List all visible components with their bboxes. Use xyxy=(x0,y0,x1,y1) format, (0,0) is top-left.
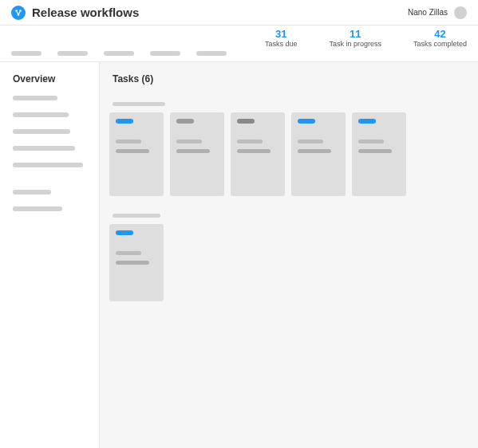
task-status-pill xyxy=(116,119,133,124)
filter-tab[interactable] xyxy=(196,51,227,56)
task-subtitle-placeholder xyxy=(116,261,149,265)
task-status-pill xyxy=(116,230,133,235)
sidebar-item[interactable] xyxy=(13,163,83,167)
stat-label: Tasks completed xyxy=(413,40,467,48)
task-status-pill xyxy=(237,119,255,124)
stat-task-in-progress[interactable]: 11 Task in progress xyxy=(329,29,381,48)
task-card[interactable] xyxy=(109,112,164,196)
stats-group: 31 Tasks due 11 Task in progress 42 Task… xyxy=(265,29,467,48)
task-subtitle-placeholder xyxy=(237,149,271,153)
sidebar-item[interactable] xyxy=(13,96,57,100)
sidebar-title: Overview xyxy=(13,73,86,84)
task-title-placeholder xyxy=(116,251,141,255)
topbar: Release workflows Nano Zillas xyxy=(0,0,478,26)
task-subtitle-placeholder xyxy=(116,149,149,153)
task-subtitle-placeholder xyxy=(176,149,210,153)
stat-label: Tasks due xyxy=(265,40,298,48)
filter-tab[interactable] xyxy=(104,51,134,56)
sidebar-item[interactable] xyxy=(13,146,75,151)
task-card[interactable] xyxy=(231,112,285,196)
stat-label: Task in progress xyxy=(329,40,381,48)
task-status-pill xyxy=(176,119,194,124)
stat-value: 11 xyxy=(329,29,381,40)
task-card-row xyxy=(109,224,468,301)
main: Tasks (6) xyxy=(100,62,478,448)
task-card[interactable] xyxy=(352,112,406,196)
task-group-label xyxy=(113,102,165,106)
user-name[interactable]: Nano Zillas xyxy=(408,8,448,17)
tasks-heading: Tasks (6) xyxy=(113,73,468,84)
sidebar-item[interactable] xyxy=(13,129,70,134)
task-card[interactable] xyxy=(291,112,346,196)
task-group-label xyxy=(113,214,160,218)
body: Overview Tasks (6) xyxy=(0,62,478,448)
app-logo-icon[interactable] xyxy=(11,6,26,20)
task-title-placeholder xyxy=(116,140,141,143)
sidebar-item[interactable] xyxy=(13,112,69,117)
task-status-pill xyxy=(358,119,376,124)
statsbar: 31 Tasks due 11 Task in progress 42 Task… xyxy=(0,26,478,62)
task-title-placeholder xyxy=(298,140,323,143)
filter-tab[interactable] xyxy=(11,51,41,56)
task-card[interactable] xyxy=(170,112,224,196)
avatar[interactable] xyxy=(454,6,467,19)
task-title-placeholder xyxy=(237,140,263,143)
task-subtitle-placeholder xyxy=(298,149,331,153)
sidebar-item[interactable] xyxy=(13,206,62,211)
page-title: Release workflows xyxy=(32,6,408,19)
filter-tab[interactable] xyxy=(57,51,88,56)
task-title-placeholder xyxy=(176,140,202,143)
filter-tab[interactable] xyxy=(150,51,180,56)
sidebar: Overview xyxy=(0,62,100,448)
task-card-row xyxy=(109,112,468,196)
task-card[interactable] xyxy=(109,224,164,301)
stat-value: 31 xyxy=(265,29,298,40)
stat-tasks-due[interactable]: 31 Tasks due xyxy=(265,29,298,48)
stat-tasks-completed[interactable]: 42 Tasks completed xyxy=(413,29,467,48)
logo-glyph-icon xyxy=(14,8,23,18)
task-title-placeholder xyxy=(358,140,384,143)
filter-tabs xyxy=(11,51,227,56)
task-subtitle-placeholder xyxy=(358,149,392,153)
stat-value: 42 xyxy=(413,29,467,40)
task-status-pill xyxy=(298,119,315,124)
sidebar-item[interactable] xyxy=(13,190,51,195)
